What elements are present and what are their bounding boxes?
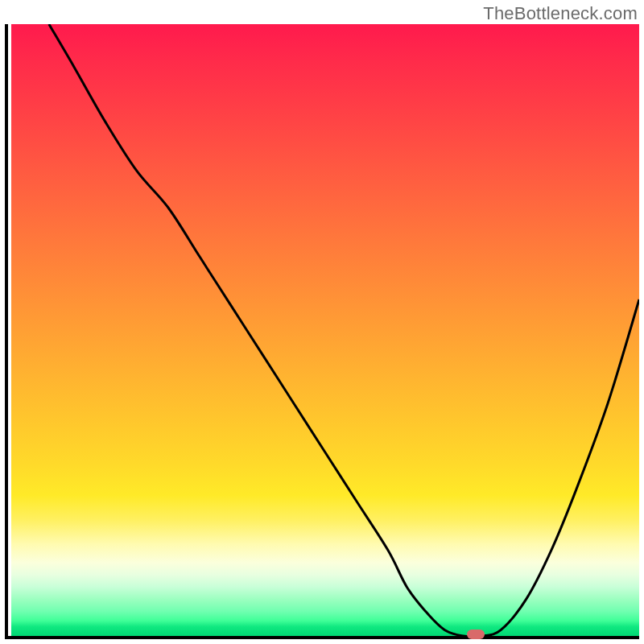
watermark-text: TheBottleneck.com (483, 3, 638, 24)
optimal-marker (467, 630, 485, 639)
curve-path (49, 24, 639, 636)
chart-frame (5, 24, 639, 639)
bottleneck-curve (11, 24, 639, 636)
plot-axes (5, 24, 639, 639)
